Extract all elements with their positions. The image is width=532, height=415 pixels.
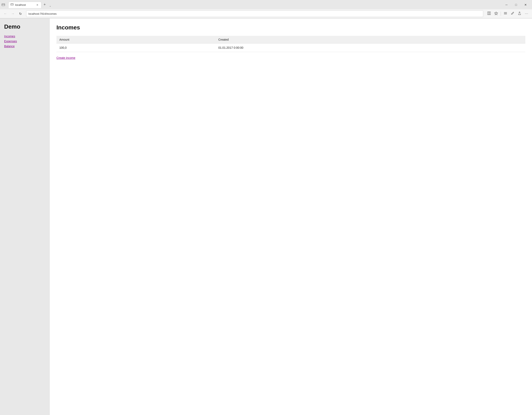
tab-title: localhost bbox=[15, 3, 26, 6]
sidebar-item-incomes[interactable]: Incomes bbox=[4, 34, 46, 38]
more-icon: ··· bbox=[525, 12, 528, 16]
svg-marker-6 bbox=[494, 12, 498, 15]
main-content: Incomes Amount Created 100,0 01.01.2017 … bbox=[50, 18, 532, 415]
more-button[interactable]: ··· bbox=[523, 10, 530, 17]
refresh-icon: ↻ bbox=[19, 12, 22, 16]
sidebar-nav: Incomes Expenses Balance bbox=[4, 34, 46, 48]
minimize-button[interactable]: ─ bbox=[502, 1, 511, 8]
tab-favicon bbox=[10, 3, 13, 7]
close-button[interactable]: ✕ bbox=[521, 1, 530, 8]
back-icon: ← bbox=[4, 12, 7, 16]
tab-list-button[interactable]: ⌄ bbox=[48, 3, 53, 8]
create-income-link[interactable]: Create income bbox=[57, 56, 75, 59]
new-tab-button[interactable]: + bbox=[41, 1, 48, 8]
svg-rect-5 bbox=[489, 12, 491, 15]
col-created: Created bbox=[215, 36, 525, 44]
app-title: Demo bbox=[4, 23, 46, 30]
hub-button[interactable] bbox=[502, 10, 509, 17]
star-icon bbox=[494, 11, 498, 16]
table-row: 100,0 01.01.2017 0:00:00 bbox=[57, 44, 525, 52]
separator bbox=[501, 12, 501, 16]
svg-rect-2 bbox=[11, 3, 13, 5]
col-amount: Amount bbox=[57, 36, 215, 44]
address-bar[interactable] bbox=[28, 12, 481, 15]
cell-created: 01.01.2017 0:00:00 bbox=[215, 44, 525, 52]
refresh-button[interactable]: ↻ bbox=[17, 10, 24, 17]
pen-button[interactable] bbox=[509, 10, 516, 17]
page-title: Incomes bbox=[57, 24, 525, 31]
maximize-button[interactable]: □ bbox=[511, 1, 521, 8]
favorites-button[interactable] bbox=[493, 10, 499, 17]
tab-close-button[interactable]: ✕ bbox=[36, 3, 38, 6]
incomes-table: Amount Created 100,0 01.01.2017 0:00:00 bbox=[57, 36, 525, 52]
share-button[interactable] bbox=[516, 10, 523, 17]
sidebar: Demo Incomes Expenses Balance bbox=[0, 18, 50, 415]
browser-icon bbox=[2, 3, 5, 6]
back-button[interactable]: ← bbox=[2, 10, 9, 17]
browser-tab[interactable]: localhost ✕ bbox=[8, 2, 41, 8]
svg-rect-4 bbox=[488, 12, 489, 15]
reader-view-button[interactable] bbox=[486, 10, 492, 17]
forward-button[interactable]: → bbox=[10, 10, 16, 17]
svg-line-10 bbox=[511, 14, 512, 14]
sidebar-item-balance[interactable]: Balance bbox=[4, 44, 46, 48]
forward-icon: → bbox=[11, 12, 15, 16]
sidebar-item-expenses[interactable]: Expenses bbox=[4, 39, 46, 43]
hub-icon bbox=[504, 11, 507, 16]
table-header-row: Amount Created bbox=[57, 36, 525, 44]
pen-icon bbox=[511, 11, 514, 16]
share-icon bbox=[518, 11, 522, 16]
cell-amount: 100,0 bbox=[57, 44, 215, 52]
reader-icon bbox=[487, 11, 491, 16]
svg-rect-0 bbox=[2, 4, 5, 6]
address-bar-container bbox=[26, 10, 483, 17]
